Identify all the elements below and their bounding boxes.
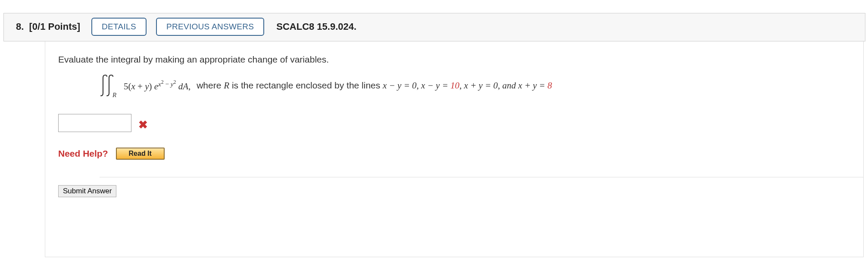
read-it-button[interactable]: Read It — [116, 148, 165, 160]
textbook-reference: SCALC8 15.9.024. — [276, 21, 356, 32]
answer-row: ✖ — [58, 114, 863, 132]
divider — [100, 177, 863, 177]
integrand: 5(x + y) ex2 − y2 dA, — [124, 79, 190, 92]
need-help-label: Need Help? — [58, 148, 108, 159]
previous-answers-button[interactable]: PREVIOUS ANSWERS — [156, 18, 264, 36]
region-subscript: R — [112, 91, 116, 99]
double-integral-icon: R — [100, 73, 120, 98]
region-description: where R is the rectangle enclosed by the… — [197, 80, 552, 91]
question-prompt: Evaluate the integral by making an appro… — [58, 54, 863, 65]
question-header: 8. [0/1 Points] DETAILS PREVIOUS ANSWERS… — [3, 13, 865, 41]
incorrect-icon: ✖ — [138, 119, 148, 130]
math-expression: R 5(x + y) ex2 − y2 dA, where R is the r… — [100, 73, 863, 98]
answer-input[interactable] — [58, 114, 131, 132]
question-body: Evaluate the integral by making an appro… — [45, 41, 864, 257]
details-button[interactable]: DETAILS — [91, 18, 147, 36]
help-row: Need Help? Read It — [58, 148, 863, 160]
question-number: 8. [0/1 Points] — [16, 21, 80, 32]
submit-answer-button[interactable]: Submit Answer — [58, 185, 116, 197]
